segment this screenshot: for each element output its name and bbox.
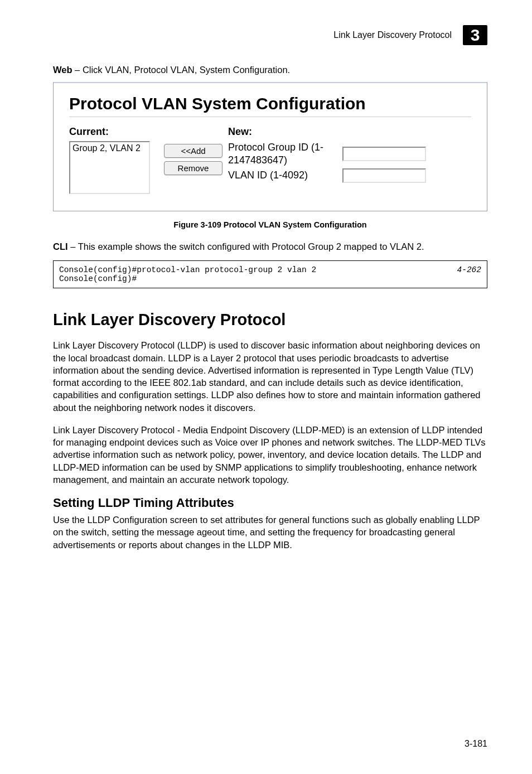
screenshot-container: Protocol VLAN System Configuration Curre…: [53, 82, 487, 211]
field-row-group-id: Protocol Group ID (1-2147483647): [228, 141, 426, 167]
button-column: <<Add Remove: [158, 126, 223, 175]
body-paragraph: Link Layer Discovery Protocol - Media En…: [53, 424, 487, 486]
group-id-label: Protocol Group ID (1-2147483647): [228, 141, 342, 167]
web-label: Web: [53, 65, 72, 75]
body-paragraph: Link Layer Discovery Protocol (LLDP) is …: [53, 339, 487, 414]
chapter-badge: 3: [463, 25, 487, 45]
field-row-vlan-id: VLAN ID (1-4092): [228, 168, 426, 183]
current-listbox[interactable]: Group 2, VLAN 2: [69, 141, 150, 194]
current-label: Current:: [69, 126, 158, 138]
running-title: Link Layer Discovery Protocol: [333, 30, 452, 40]
remove-button[interactable]: Remove: [164, 161, 223, 175]
console-page-ref: 4-262: [457, 265, 481, 283]
cli-instruction: CLI – This example shows the switch conf…: [53, 240, 487, 253]
group-id-input[interactable]: [342, 147, 426, 161]
current-column: Current: Group 2, VLAN 2: [69, 126, 158, 194]
list-item[interactable]: Group 2, VLAN 2: [72, 143, 147, 153]
figure-caption: Figure 3-109 Protocol VLAN System Config…: [53, 220, 487, 229]
body-paragraph: Use the LLDP Configuration screen to set…: [53, 514, 487, 551]
page-number: 3-181: [465, 739, 487, 749]
add-button[interactable]: <<Add: [164, 144, 223, 158]
console-line: Console(config)#: [59, 274, 316, 283]
web-instruction: Web – Click VLAN, Protocol VLAN, System …: [53, 65, 487, 75]
cli-label: CLI: [53, 241, 68, 251]
page-header: Link Layer Discovery Protocol 3: [53, 25, 487, 45]
vlan-id-label: VLAN ID (1-4092): [228, 169, 342, 182]
web-text: – Click VLAN, Protocol VLAN, System Conf…: [72, 65, 291, 75]
vlan-id-input[interactable]: [342, 168, 426, 183]
config-row: Current: Group 2, VLAN 2 <<Add Remove Ne…: [69, 126, 471, 194]
new-label: New:: [228, 126, 426, 138]
divider: [69, 117, 471, 117]
screenshot-title: Protocol VLAN System Configuration: [69, 94, 471, 113]
console-box: Console(config)#protocol-vlan protocol-g…: [53, 260, 487, 288]
screenshot-inner: Protocol VLAN System Configuration Curre…: [54, 83, 487, 211]
console-line: Console(config)#protocol-vlan protocol-g…: [59, 265, 316, 274]
subsection-title: Setting LLDP Timing Attributes: [53, 496, 487, 510]
section-title: Link Layer Discovery Protocol: [53, 311, 487, 329]
new-column: New: Protocol Group ID (1-2147483647) VL…: [223, 126, 426, 183]
console-left: Console(config)#protocol-vlan protocol-g…: [59, 265, 316, 283]
cli-text: – This example shows the switch configur…: [68, 241, 424, 251]
